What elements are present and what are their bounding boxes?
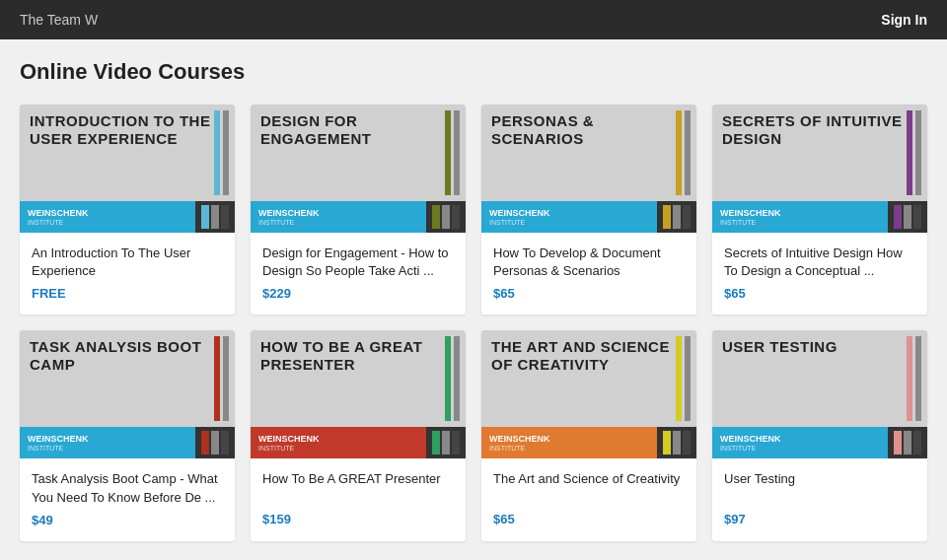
- thumb-bottom-bar: Weinschenk Institute: [481, 201, 696, 233]
- course-card[interactable]: USER TESTING Weinschenk Institute User T…: [712, 330, 927, 540]
- course-card[interactable]: THE ART AND SCIENCE OF CREATIVITY Weinsc…: [481, 330, 696, 540]
- thumb-course-title: THE ART AND SCIENCE OF CREATIVITY: [491, 338, 687, 374]
- course-title: Task Analysis Boot Camp - What You Need …: [32, 470, 223, 506]
- course-info: How To Develop & Document Personas & Sce…: [481, 233, 696, 315]
- vbar-1: [907, 110, 912, 195]
- page-title: Online Video Courses: [20, 59, 927, 85]
- course-title: Design for Engagement - How to Design So…: [262, 245, 454, 280]
- course-title: How To Develop & Document Personas & Sce…: [493, 245, 685, 280]
- bar-1: [663, 205, 671, 229]
- vbar-2: [454, 336, 460, 421]
- course-card[interactable]: DESIGN FOR ENGAGEMENT Weinschenk Institu…: [251, 105, 466, 315]
- vbar-1: [214, 336, 220, 421]
- course-info: User Testing $97: [712, 458, 927, 540]
- vbar-2: [915, 110, 921, 195]
- bar-1: [663, 431, 671, 455]
- course-price: $65: [493, 512, 685, 526]
- course-thumbnail: PERSONAS & SCENARIOS Weinschenk Institut…: [481, 105, 696, 233]
- vbar-1: [445, 336, 451, 421]
- course-thumbnail: DESIGN FOR ENGAGEMENT Weinschenk Institu…: [251, 105, 466, 233]
- thumb-course-title: DESIGN FOR ENGAGEMENT: [260, 112, 456, 148]
- course-thumbnail: THE ART AND SCIENCE OF CREATIVITY Weinsc…: [481, 330, 696, 458]
- thumb-bottom-bar: Weinschenk Institute: [712, 201, 927, 233]
- course-title: The Art and Science of Creativity: [493, 470, 685, 506]
- thumb-right-bars: [670, 105, 696, 201]
- thumb-logo-sub: Institute: [28, 219, 187, 226]
- thumb-content: INTRODUCTION TO THE USER EXPERIENCE: [20, 105, 235, 148]
- courses-grid: INTRODUCTION TO THE USER EXPERIENCE Wein…: [20, 105, 927, 541]
- sign-in-button[interactable]: Sign In: [881, 12, 927, 28]
- thumb-right-bars: [901, 105, 927, 201]
- bar-2: [211, 205, 219, 229]
- thumb-course-title: USER TESTING: [722, 338, 917, 356]
- bar-3: [221, 431, 229, 455]
- bar-3: [452, 431, 460, 455]
- course-title: Secrets of Intuitive Design How To Desig…: [724, 245, 915, 280]
- thumb-bottom-bar: Weinschenk Institute: [712, 427, 927, 458]
- course-thumbnail: INTRODUCTION TO THE USER EXPERIENCE Wein…: [20, 105, 235, 233]
- course-price: $65: [724, 286, 915, 301]
- vbar-1: [676, 336, 682, 421]
- thumb-logo: Weinschenk Institute: [481, 201, 657, 233]
- thumb-logo-text: Weinschenk: [489, 434, 649, 445]
- bar-1: [432, 205, 440, 229]
- thumb-right-bars: [901, 330, 927, 427]
- vbar-1: [907, 336, 912, 421]
- course-price: FREE: [32, 286, 223, 301]
- bar-3: [683, 205, 691, 229]
- course-thumbnail: SECRETS OF INTUITIVE DESIGN Weinschenk I…: [712, 105, 927, 233]
- course-title: User Testing: [724, 470, 915, 506]
- course-card[interactable]: INTRODUCTION TO THE USER EXPERIENCE Wein…: [20, 105, 235, 315]
- course-price: $65: [493, 286, 685, 301]
- bar-2: [673, 205, 681, 229]
- thumb-content: SECRETS OF INTUITIVE DESIGN: [712, 105, 927, 148]
- thumb-content: THE ART AND SCIENCE OF CREATIVITY: [481, 330, 696, 374]
- vbar-1: [214, 110, 220, 195]
- bar-1: [201, 431, 209, 455]
- thumb-logo: Weinschenk Institute: [20, 201, 195, 233]
- bar-2: [673, 431, 681, 455]
- course-price: $229: [262, 286, 454, 301]
- bar-2: [442, 431, 450, 455]
- thumb-bottom-bar: Weinschenk Institute: [481, 427, 696, 458]
- course-thumbnail: USER TESTING Weinschenk Institute: [712, 330, 927, 458]
- course-card[interactable]: TASK ANALYSIS BOOT CAMP Weinschenk Insti…: [20, 330, 235, 540]
- vbar-1: [676, 110, 682, 195]
- thumb-right-bars: [208, 105, 235, 201]
- course-card[interactable]: SECRETS OF INTUITIVE DESIGN Weinschenk I…: [712, 105, 927, 315]
- thumb-course-title: INTRODUCTION TO THE USER EXPERIENCE: [30, 112, 225, 148]
- thumb-logo-sub: Institute: [258, 219, 418, 226]
- thumb-bars: [426, 201, 466, 233]
- thumb-logo-text: Weinschenk: [720, 208, 880, 219]
- thumb-course-title: PERSONAS & SCENARIOS: [491, 112, 687, 148]
- thumb-bottom-bar: Weinschenk Institute: [251, 427, 466, 458]
- course-price: $49: [32, 513, 223, 527]
- course-price: $159: [262, 512, 454, 526]
- thumb-bars: [195, 427, 235, 458]
- bar-3: [913, 205, 921, 229]
- vbar-2: [223, 336, 229, 421]
- thumb-content: PERSONAS & SCENARIOS: [481, 105, 696, 148]
- bar-3: [683, 431, 691, 455]
- bar-1: [201, 205, 209, 229]
- bar-3: [452, 205, 460, 229]
- course-info: The Art and Science of Creativity $65: [481, 458, 696, 540]
- thumb-logo-sub: Institute: [720, 219, 880, 226]
- thumb-right-bars: [670, 330, 696, 427]
- app-header: The Team W Sign In: [0, 0, 947, 39]
- vbar-2: [915, 336, 921, 421]
- course-card[interactable]: HOW TO BE A GREAT PRESENTER Weinschenk I…: [251, 330, 466, 540]
- course-info: An Introduction To The User Experience F…: [20, 233, 235, 315]
- thumb-logo: Weinschenk Institute: [20, 427, 195, 458]
- thumb-bars: [888, 201, 927, 233]
- thumb-right-bars: [208, 330, 235, 427]
- vbar-2: [454, 110, 460, 195]
- thumb-bottom-bar: Weinschenk Institute: [20, 427, 235, 458]
- thumb-logo: Weinschenk Institute: [251, 427, 426, 458]
- bar-2: [904, 205, 911, 229]
- thumb-bottom-bar: Weinschenk Institute: [20, 201, 235, 233]
- thumb-course-title: SECRETS OF INTUITIVE DESIGN: [722, 112, 917, 148]
- course-card[interactable]: PERSONAS & SCENARIOS Weinschenk Institut…: [481, 105, 696, 315]
- vbar-2: [685, 336, 691, 421]
- thumb-logo: Weinschenk Institute: [251, 201, 426, 233]
